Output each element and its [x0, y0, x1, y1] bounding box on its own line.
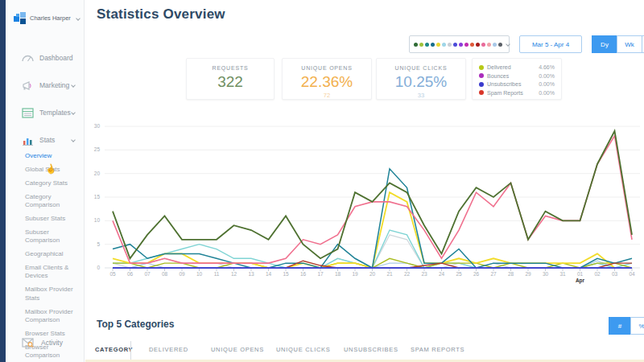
sidebar-item-category-comparison[interactable]: Category Comparison — [25, 193, 83, 210]
sidebar-item-mailbox-provider-stats[interactable]: Mailbox Provider Stats — [25, 286, 83, 302]
column-header-delivered[interactable]: DELIVERED — [149, 346, 188, 353]
x-axis-month-label: Apr — [572, 278, 588, 283]
activity-envelope-icon — [22, 338, 34, 348]
series-line-light-cyan — [113, 230, 632, 268]
account-name: Charles Harper — [30, 14, 71, 22]
legend-value: 0.00% — [539, 81, 555, 87]
sidebar-item-label: Templates — [39, 109, 71, 117]
legend-dot-icon — [479, 82, 484, 87]
y-axis-tick-label: 5 — [87, 241, 100, 247]
metric-dot-icon — [464, 43, 469, 47]
sidebar-item-geographical[interactable]: Geographical — [25, 250, 83, 258]
sidebar-item-marketing[interactable]: Marketing — [6, 77, 85, 93]
gauge-icon — [22, 53, 34, 64]
legend-row-bounces: Bounces0.00% — [479, 73, 555, 79]
legend-value: 4.66% — [539, 64, 555, 70]
sidebar-item-activity[interactable]: Activity — [6, 334, 85, 352]
page-title: Statistics Overview — [97, 6, 225, 23]
sidebar-item-subuser-comparison[interactable]: Subuser Comparison — [25, 228, 83, 245]
sidebar-item-dashboard[interactable]: Dashboard — [6, 50, 85, 66]
megaphone-icon — [22, 80, 34, 91]
stat-card-value: 322 — [187, 73, 274, 91]
legend-label: Spam Reports — [487, 90, 539, 96]
chevron-down-icon — [76, 16, 80, 21]
chevron-down-icon — [506, 42, 510, 47]
legend-dot-icon — [479, 73, 484, 78]
chevron-down-icon — [71, 83, 76, 88]
unit-toggle: #% — [609, 317, 644, 335]
metric-dot-icon — [487, 43, 491, 47]
sidebar-item-mailbox-provider-comparison[interactable]: Mailbox Provider Comparison — [25, 308, 83, 325]
column-header-unsubscribes[interactable]: UNSUBSCRIBES — [344, 346, 398, 353]
unit-toggle-percent-button[interactable]: % — [630, 317, 644, 335]
stats-submenu: OverviewGlobal StatsCategory StatsCatego… — [25, 152, 83, 362]
section-title: Top 5 Categories — [97, 319, 174, 330]
sidebar-item-overview[interactable]: Overview — [25, 152, 83, 160]
y-axis-tick-label: 30 — [87, 123, 100, 129]
stat-card-label: UNIQUE OPENS — [283, 65, 371, 71]
metric-dot-icon — [498, 43, 502, 47]
stat-card-subvalue: 33 — [377, 92, 465, 99]
summary-legend-card: Delivered4.66%Bounces0.00%Unsubscribes0.… — [472, 58, 562, 100]
stat-card-label: REQUESTS — [187, 65, 274, 71]
date-range-button[interactable]: Mar 5 - Apr 4 — [519, 35, 582, 53]
legend-row-delivered: Delivered4.66% — [479, 64, 555, 70]
stats-icon — [22, 135, 34, 146]
unit-toggle-count-button[interactable]: # — [609, 317, 631, 335]
sidebar-item-subuser-stats[interactable]: Subuser Stats — [25, 215, 83, 223]
granularity-toggle: DyWkMo — [592, 35, 644, 53]
legend-label: Bounces — [487, 73, 539, 79]
left-rail — [0, 0, 6, 362]
legend-row-unsubscribes: Unsubscribes0.00% — [479, 81, 555, 87]
sidebar-item-label: Marketing — [39, 81, 69, 89]
chart-plot-area — [105, 121, 640, 278]
legend-label: Unsubscribes — [487, 81, 539, 87]
stat-card-unique-opens: UNIQUE OPENS 22.36% 72 — [282, 58, 372, 100]
sidebar-item-category-stats[interactable]: Category Stats — [25, 179, 83, 187]
metric-dot-icon — [453, 43, 457, 47]
sidebar-item-stats[interactable]: Stats — [6, 132, 85, 148]
legend-dot-icon — [479, 65, 484, 70]
granularity-dy-button[interactable]: Dy — [592, 35, 617, 53]
metric-dot-icon — [425, 43, 429, 47]
y-axis-tick-label: 15 — [87, 194, 100, 200]
y-axis-tick-label: 0 — [87, 265, 100, 270]
series-line-yellow — [113, 192, 632, 268]
legend-value: 0.00% — [539, 73, 555, 79]
stat-card-requests: REQUESTS 322 — [186, 58, 275, 100]
sidebar-item-templates[interactable]: Templates — [6, 105, 85, 121]
metric-dot-icon — [459, 43, 463, 47]
sidebar-item-email-clients-devices[interactable]: Email Clients & Devices — [25, 264, 83, 281]
metric-dot-icon — [448, 43, 452, 47]
y-axis-tick-label: 10 — [87, 217, 100, 223]
metric-dot-icon — [436, 43, 440, 47]
chevron-down-icon — [71, 138, 76, 142]
legend-dot-icon — [479, 90, 484, 95]
sidebar-item-label: Stats — [39, 136, 55, 144]
granularity-wk-button[interactable]: Wk — [617, 35, 642, 53]
stat-card-label: UNIQUE CLICKS — [377, 65, 465, 71]
account-switcher[interactable]: Charles Harper — [14, 12, 80, 24]
metric-dot-icon — [442, 43, 446, 47]
metric-dot-icon — [470, 43, 474, 47]
sidebar-item-label: Dashboard — [39, 54, 73, 62]
column-header-unique-opens[interactable]: UNIQUE OPENS — [211, 346, 264, 353]
templates-icon — [22, 108, 34, 118]
metrics-selector-dropdown[interactable] — [409, 35, 510, 53]
y-axis-tick-label: 25 — [87, 146, 100, 152]
stat-card-value: 22.36% — [283, 73, 371, 91]
column-header-unique-clicks[interactable]: UNIQUE CLICKS — [276, 346, 330, 353]
stat-card-value: 10.25% — [377, 73, 465, 91]
stat-card-subvalue: 72 — [283, 92, 371, 99]
stat-card-unique-clicks: UNIQUE CLICKS 10.25% 33 — [376, 58, 466, 100]
metric-dot-icon — [476, 43, 480, 47]
app-logo-icon — [14, 12, 26, 24]
column-header-spam-reports[interactable]: SPAM REPORTS — [411, 346, 464, 353]
sidebar-item-label: Activity — [41, 339, 63, 347]
column-header-category[interactable]: CATEGORY — [95, 346, 133, 353]
legend-value: 0.00% — [539, 90, 555, 96]
metric-dot-icon — [431, 43, 435, 47]
y-axis-tick-label: 20 — [87, 171, 100, 176]
metric-dot-icon — [414, 43, 418, 47]
legend-label: Delivered — [487, 64, 539, 70]
